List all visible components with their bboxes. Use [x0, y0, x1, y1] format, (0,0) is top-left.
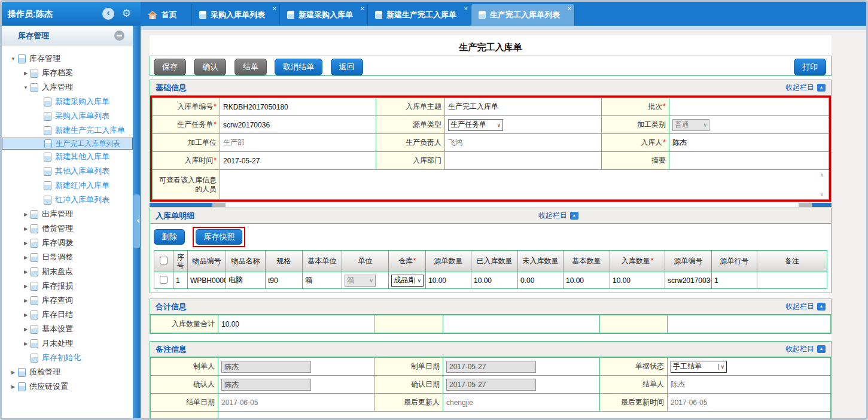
- receipt-dept-field[interactable]: [445, 152, 602, 170]
- collapse-up-icon[interactable]: [817, 84, 826, 92]
- horizontal-scrollbar[interactable]: [150, 202, 832, 208]
- close-tab-icon[interactable]: [361, 5, 364, 12]
- collapse-up-icon[interactable]: [817, 345, 826, 353]
- expand-arrow-icon[interactable]: ▶: [22, 298, 30, 303]
- cancel-close-button[interactable]: 取消结单: [275, 59, 322, 75]
- sidebar-tree-item[interactable]: 其他入库单列表: [2, 164, 133, 178]
- sidebar-tree-item[interactable]: ▶ 出库管理: [2, 207, 133, 221]
- print-button[interactable]: 打印: [794, 59, 826, 75]
- basic-info-highlight-box: 入库单编号* RKDBH2017050180 入库单主题 生产完工入库单 批次*…: [150, 96, 831, 202]
- close-bill-button[interactable]: 结单: [234, 59, 267, 75]
- receiver-field[interactable]: 陈杰: [669, 134, 829, 152]
- tree-item-label: 采购入库单列表: [55, 111, 109, 121]
- sidebar-tree-item[interactable]: ▶ 供应链设置: [2, 379, 133, 394]
- spec-cell[interactable]: t90: [266, 272, 303, 289]
- expand-arrow-icon[interactable]: ▶: [22, 341, 30, 346]
- expand-arrow-icon[interactable]: ▶: [22, 269, 30, 275]
- collapse-detail-section[interactable]: 收起栏目: [538, 211, 578, 221]
- collapse-up-icon[interactable]: [817, 303, 826, 311]
- collapse-up-icon[interactable]: [570, 212, 578, 220]
- sidebar-tree-item[interactable]: 新建红冲入库单: [2, 178, 133, 193]
- sidebar-tree-item[interactable]: ▼ 入库管理: [2, 80, 133, 95]
- sidebar-tree-item[interactable]: 新建其他入库单: [2, 150, 133, 164]
- status-select[interactable]: 手工结单: [671, 361, 727, 373]
- scrollbar-thumb[interactable]: [799, 203, 812, 207]
- remark-field[interactable]: ∧∨: [218, 412, 831, 420]
- sidebar-tree-item[interactable]: 红冲入库单列表: [2, 193, 133, 207]
- scroll-arrows[interactable]: ∧∨: [817, 172, 827, 197]
- tab[interactable]: 首页: [141, 4, 192, 26]
- subject-field[interactable]: 生产完工入库单: [445, 98, 602, 116]
- sidebar-collapse-handle[interactable]: [133, 194, 140, 248]
- sidebar-tree-item[interactable]: ▶ 库存查询: [2, 293, 133, 308]
- basic-info-title: 基础信息: [156, 83, 187, 93]
- sidebar-tree-item[interactable]: 新建采购入库单: [2, 95, 133, 109]
- sidebar-tree-item[interactable]: ▶ 库存档案: [2, 66, 133, 80]
- tab[interactable]: 新建生产完工入库单: [368, 4, 471, 26]
- sidebar-tree-item[interactable]: 生产完工入库单列表: [2, 138, 133, 150]
- collapse-arrow-icon[interactable]: ▼: [22, 85, 30, 90]
- sidebar-panel-header[interactable]: 库存管理: [2, 26, 133, 45]
- expand-arrow-icon[interactable]: ▶: [22, 255, 30, 260]
- expand-arrow-icon[interactable]: ▶: [9, 370, 17, 375]
- sidebar-tree-item[interactable]: 库存初始化: [2, 351, 133, 365]
- close-tab-icon[interactable]: [464, 5, 468, 12]
- remark-cell[interactable]: [757, 272, 827, 289]
- expand-arrow-icon[interactable]: ▶: [22, 212, 30, 217]
- tree-item-label: 质检管理: [29, 367, 60, 378]
- close-tab-icon[interactable]: [568, 5, 571, 12]
- expand-arrow-icon[interactable]: ▶: [22, 71, 30, 76]
- sidebar-tree-item[interactable]: ▶ 期末盘点: [2, 264, 133, 279]
- unit-select: 箱: [345, 275, 376, 287]
- collapse-remark-section[interactable]: 收起栏目: [785, 344, 826, 354]
- viewers-field[interactable]: ∧∨: [220, 170, 829, 200]
- sidebar-tree-item[interactable]: ▶ 质检管理: [2, 365, 133, 379]
- item-code-cell[interactable]: WPBH00001: [188, 272, 226, 289]
- sidebar-tree-item[interactable]: ▶ 库存日结: [2, 308, 133, 322]
- item-name-cell[interactable]: 电脑: [226, 272, 266, 289]
- receipt-no-field[interactable]: RKDBH2017050180: [220, 98, 376, 116]
- sidebar-tree-item[interactable]: ▶ 日常调整: [2, 250, 133, 264]
- collapse-arrow-icon[interactable]: ▼: [9, 56, 17, 62]
- expand-arrow-icon[interactable]: ▶: [9, 384, 17, 389]
- collapse-sidebar-icon[interactable]: [102, 8, 114, 20]
- select-all-checkbox[interactable]: [160, 257, 167, 264]
- summary-field[interactable]: [669, 152, 829, 170]
- document-icon: [18, 54, 26, 63]
- expand-arrow-icon[interactable]: ▶: [22, 327, 30, 332]
- batch-field[interactable]: [669, 98, 829, 116]
- sidebar-tree-item[interactable]: ▶ 基本设置: [2, 322, 133, 336]
- back-button[interactable]: 返回: [331, 59, 363, 75]
- save-button[interactable]: 保存: [154, 59, 186, 75]
- collapse-basic-section[interactable]: 收起栏目: [785, 83, 826, 93]
- sidebar-tree-item[interactable]: ▶ 库存调拨: [2, 236, 133, 250]
- row-checkbox[interactable]: [160, 276, 167, 284]
- sidebar-tree-item[interactable]: ▼ 库存管理: [2, 51, 133, 66]
- source-type-select[interactable]: 生产任务单: [448, 119, 503, 131]
- sidebar-tree-item[interactable]: ▶ 库存报损: [2, 279, 133, 293]
- gear-icon[interactable]: [122, 7, 131, 20]
- sidebar-tree-item[interactable]: ▶ 借货管理: [2, 221, 133, 236]
- delete-button[interactable]: 删除: [154, 229, 185, 245]
- tab[interactable]: 生产完工入库单列表: [471, 4, 575, 26]
- expand-arrow-icon[interactable]: ▶: [22, 226, 30, 232]
- warehouse-select[interactable]: 成品库: [391, 275, 424, 287]
- expand-arrow-icon[interactable]: ▶: [22, 284, 30, 289]
- expand-arrow-icon[interactable]: ▶: [22, 312, 30, 318]
- tab[interactable]: 采购入库单列表: [192, 4, 280, 26]
- confirm-button[interactable]: 确认: [194, 59, 226, 75]
- collapse-totals-section[interactable]: 收起栏目: [785, 302, 826, 312]
- close-tab-icon[interactable]: [273, 5, 276, 12]
- sidebar-tree-item[interactable]: 新建生产完工入库单: [2, 123, 133, 138]
- tab[interactable]: 新建采购入库单: [280, 4, 368, 26]
- receipt-qty-cell[interactable]: 10.00: [610, 272, 665, 289]
- expand-arrow-icon[interactable]: ▶: [22, 241, 30, 246]
- task-no-field[interactable]: scrw20170036: [220, 116, 376, 134]
- minus-circle-icon[interactable]: [114, 31, 124, 41]
- detail-table: 序号 物品编号 物品名称 规格 基本单位 单位 仓库* 源单数量 已入库数量 未…: [154, 250, 827, 289]
- sidebar-tree-item[interactable]: ▶ 月末处理: [2, 336, 133, 351]
- sidebar-tree-item[interactable]: 采购入库单列表: [2, 109, 133, 123]
- receipt-time-field[interactable]: 2017-05-27: [220, 152, 376, 170]
- scrollbar-thumb[interactable]: [212, 203, 226, 207]
- stock-snapshot-button[interactable]: 库存快照: [196, 229, 242, 245]
